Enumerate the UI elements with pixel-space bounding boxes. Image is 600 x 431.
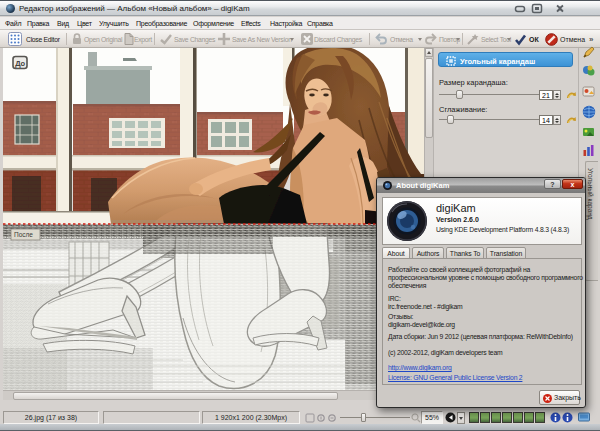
svg-text:После: После — [14, 231, 33, 238]
svg-text:До: До — [15, 59, 25, 68]
